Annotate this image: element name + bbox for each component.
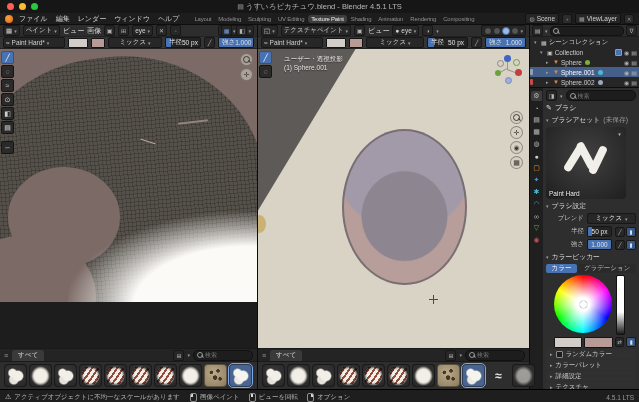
unlink-image-button[interactable]: ✕ <box>156 25 167 36</box>
properties-type-icon[interactable]: ◨ <box>546 90 557 101</box>
value-slider[interactable] <box>616 275 625 335</box>
brush-thumbnail[interactable] <box>512 364 535 387</box>
brush-thumbnail[interactable] <box>179 364 202 387</box>
brush-thumbnail[interactable] <box>362 364 385 387</box>
outliner-row[interactable]: ▾ ▦ シーンコレクション ◉ ▤ <box>530 37 639 47</box>
strength-slider[interactable]: 1.000 <box>587 239 612 250</box>
brush-thumbnail[interactable] <box>129 364 152 387</box>
texture-slot-selector[interactable]: ●eye▾ <box>392 25 419 36</box>
paint-tool-button[interactable]: ▤ <box>1 121 14 134</box>
workspace-tab[interactable]: Modeling <box>215 15 244 23</box>
brush-thumbnail[interactable] <box>204 364 227 387</box>
primary-color-swatch[interactable] <box>554 337 582 348</box>
hide-eye-icon[interactable]: ◉ <box>624 49 629 56</box>
paint-tool-button[interactable]: ◧ <box>1 107 14 120</box>
mode-selector[interactable]: テクスチャペイント▾ <box>281 25 351 36</box>
blend-mode-dropdown[interactable]: ミックス▾ <box>587 213 636 224</box>
asset-search-input[interactable] <box>205 352 245 358</box>
workspace-tab[interactable]: Compositing <box>440 15 477 23</box>
brush-thumbnail[interactable] <box>412 364 435 387</box>
pan-button[interactable]: ✛ <box>240 68 253 81</box>
outliner-row[interactable]: ▾ ▣ Collection ◉ ▤ <box>530 47 639 57</box>
brush-thumbnail[interactable] <box>337 364 360 387</box>
brush-thumbnail[interactable] <box>104 364 127 387</box>
blender-logo-icon[interactable] <box>5 15 13 23</box>
workspace-tab[interactable]: UV Editing <box>275 15 307 23</box>
workspace-tab[interactable]: Sculpting <box>245 15 274 23</box>
pan-button[interactable]: ✛ <box>510 126 523 139</box>
brush-thumbnail[interactable] <box>387 364 410 387</box>
brush-thumbnail[interactable] <box>229 364 252 387</box>
paint-mode-selector[interactable]: ペイント▾ <box>23 25 60 36</box>
radius-slider[interactable]: 半径50 px <box>165 37 201 48</box>
secondary-color-swatch[interactable] <box>584 337 612 348</box>
properties-tab[interactable]: ◍ <box>531 139 542 149</box>
shading-material-icon[interactable] <box>502 27 510 35</box>
brush-thumbnail[interactable] <box>79 364 102 387</box>
paint-tool-button[interactable]: ≈ <box>1 79 14 92</box>
brush-thumbnail[interactable] <box>4 364 27 387</box>
brush-settings-panel-header[interactable]: ▾ブラシ設定 <box>546 201 636 211</box>
brush-thumbnail[interactable] <box>462 364 485 387</box>
camera-view-button[interactable]: ◉ <box>510 141 523 154</box>
expand-arrow-icon[interactable]: ▾ <box>534 39 539 45</box>
color-picker-panel-header[interactable]: ▾カラーピッカー <box>546 252 636 262</box>
strength-slider[interactable]: 強さ1.000 <box>218 37 254 48</box>
tab-color[interactable]: カラー <box>546 264 577 273</box>
panel-header-collapsed[interactable]: ▸ランダムカラー <box>546 349 636 359</box>
camera-visibility-icon[interactable]: ▤ <box>631 79 637 86</box>
hide-eye-icon[interactable]: ◉ <box>624 69 629 76</box>
shading-wireframe-icon[interactable] <box>484 27 492 35</box>
panel-header-collapsed[interactable]: ▸詳細設定 <box>546 371 636 381</box>
new-scene-button[interactable]: ＋ <box>562 14 572 24</box>
workspace-tab[interactable]: Texture Paint <box>308 15 346 23</box>
hide-eye-icon[interactable]: ◉ <box>624 59 629 66</box>
editor-type-selector[interactable]: ▦▾ <box>3 25 20 36</box>
workspace-tab[interactable]: Layout <box>191 15 214 23</box>
properties-tab[interactable]: ∞ <box>531 211 542 221</box>
expand-arrow-icon[interactable]: ▸ <box>546 69 551 75</box>
brush-thumbnail[interactable] <box>29 364 52 387</box>
brush-thumbnail[interactable] <box>437 364 460 387</box>
menubar-item[interactable]: ウィンドウ <box>114 14 150 24</box>
panel-header-collapsed[interactable]: ▸カラーパレット <box>546 360 636 370</box>
workspace-tab[interactable]: Shading <box>348 15 375 23</box>
properties-search[interactable] <box>566 90 636 101</box>
display-settings-icon[interactable]: ◧ <box>236 25 247 36</box>
outliner-row[interactable]: ▸ ▼ Sphere.002 ◉ ▤ <box>530 77 639 87</box>
outliner-row[interactable]: ▸ ▼ Sphere ◉ ▤ <box>530 57 639 67</box>
navigation-gizmo-icon[interactable] <box>493 55 521 83</box>
workspace-tab[interactable]: Rendering <box>407 15 439 23</box>
brush-selector[interactable]: ≈Paint Hard*▾ <box>3 37 65 48</box>
expand-arrow-icon[interactable]: ▾ <box>540 49 545 55</box>
pressure-toggle-icon[interactable]: ▮ <box>626 227 636 237</box>
tab-gradient[interactable]: グラデーション <box>578 264 636 273</box>
display-mode-icon[interactable]: ⊞ <box>173 350 184 361</box>
primary-color-swatch[interactable] <box>68 38 88 48</box>
blend-mode-selector[interactable]: ミックス▾ <box>108 37 162 48</box>
camera-visibility-icon[interactable]: ▤ <box>631 59 637 66</box>
zoom-button[interactable] <box>240 53 253 66</box>
properties-search-input[interactable] <box>578 93 632 99</box>
pin-icon[interactable]: ◦ <box>170 25 181 36</box>
menu-view[interactable]: ビュー <box>63 26 84 36</box>
pressure-icon[interactable]: ╱ <box>615 227 625 237</box>
pressure-radius-icon[interactable]: ╱ <box>471 37 482 48</box>
asset-shelf-tab-all[interactable]: すべて <box>270 350 302 361</box>
asset-search-input[interactable] <box>477 352 517 358</box>
paint-tool-button[interactable]: ◌ <box>1 65 14 78</box>
pressure-icon[interactable]: ╱ <box>615 240 625 250</box>
menubar-item[interactable]: ファイル <box>19 14 48 24</box>
scene-selector[interactable]: ◍Scene <box>525 13 559 24</box>
orthographic-toggle-button[interactable]: ▦ <box>510 156 523 169</box>
viewport-canvas[interactable]: ユーザー・透視投影 (1) Sphere.001 ╱◌ <box>258 49 529 348</box>
panel-header-collapsed[interactable]: ▸テクスチャ <box>546 382 636 389</box>
pressure-toggle-icon[interactable]: ▮ <box>626 337 636 347</box>
menubar-item[interactable]: ヘルプ <box>158 14 180 24</box>
radius-slider[interactable]: 50 px <box>587 226 612 237</box>
properties-tab[interactable]: ◔ <box>531 103 542 113</box>
properties-tab[interactable]: ⚙ <box>531 91 542 101</box>
color-wheel-cursor[interactable] <box>580 301 587 308</box>
display-mode-icon[interactable]: ⊞ <box>445 350 456 361</box>
properties-tab[interactable]: ▦ <box>531 127 542 137</box>
